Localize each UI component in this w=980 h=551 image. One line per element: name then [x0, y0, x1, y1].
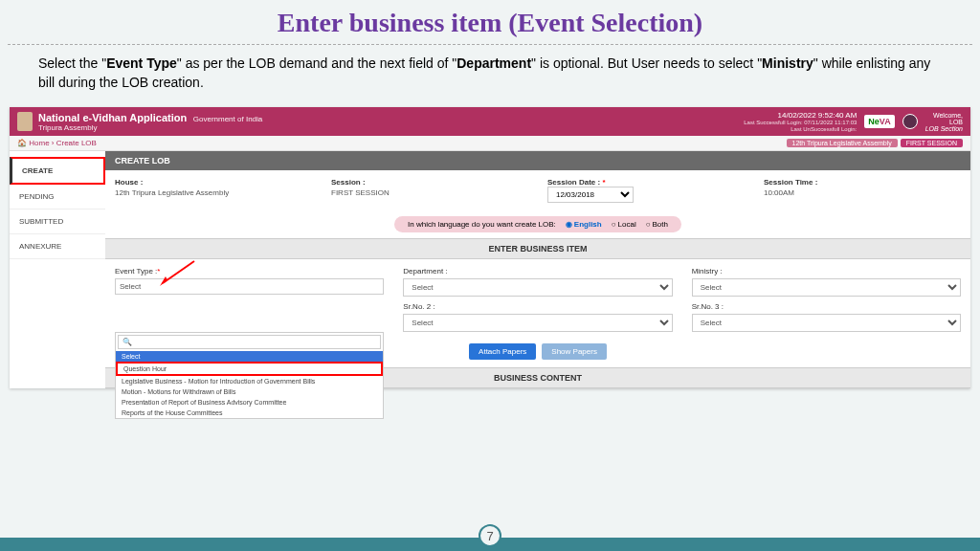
enter-business-header: ENTER BUSINESS ITEM	[105, 238, 970, 259]
app-header: National e-Vidhan Application Government…	[10, 107, 970, 136]
session-date-label: Session Date : *	[547, 178, 745, 187]
app-title: National e-Vidhan Application	[38, 112, 187, 123]
lang-local[interactable]: ○ Local	[612, 220, 636, 229]
dd-option-select[interactable]: Select	[116, 351, 383, 362]
breadcrumb-bar: 🏠 Home › Create LOB 12th Tripura Legisla…	[10, 136, 970, 151]
app-subtitle: Government of India	[193, 115, 262, 123]
dropdown-search[interactable]: 🔍	[118, 335, 381, 349]
department-select[interactable]: Select	[403, 278, 672, 297]
language-selector: In which language do you want create LOB…	[394, 216, 681, 232]
breadcrumb[interactable]: 🏠 Home › Create LOB	[17, 139, 97, 147]
create-lob-header: CREATE LOB	[105, 151, 970, 170]
welcome-text: Welcome, LOB LOB Section	[925, 112, 963, 132]
dd-option-report[interactable]: Presentation of Report of Business Advis…	[116, 397, 383, 408]
show-papers-button[interactable]: Show Papers	[542, 343, 607, 360]
assembly-badge: 12th Tripura Legislative Assembly	[787, 139, 898, 147]
session-value: FIRST SESSION	[331, 188, 528, 197]
sidebar: CREATE PENDING SUBMITTED ANNEXURE	[10, 151, 105, 388]
sidebar-item-create[interactable]: CREATE	[10, 157, 105, 185]
session-time-label: Session Time :	[764, 178, 961, 187]
app-window: National e-Vidhan Application Government…	[10, 107, 970, 388]
ministry-select[interactable]: Select	[692, 278, 961, 297]
emblem-icon	[17, 112, 33, 131]
dd-option-legislative[interactable]: Legislative Business - Motion for Introd…	[116, 376, 383, 386]
house-label: House :	[115, 178, 312, 187]
session-label: Session :	[331, 178, 528, 187]
sidebar-item-annexure[interactable]: ANNEXURE	[10, 234, 105, 259]
dd-option-house[interactable]: Reports of the House Committees	[116, 408, 383, 418]
dd-option-motion[interactable]: Motion - Motions for Withdrawn of Bills	[116, 386, 383, 397]
event-type-select[interactable]: Select	[115, 278, 384, 295]
search-icon: 🔍	[122, 338, 132, 346]
event-type-label: Event Type :*	[115, 267, 384, 276]
srno3-label: Sr.No. 3 :	[692, 302, 961, 311]
slide-title: Enter business item (Event Selection)	[0, 0, 980, 44]
neva-logo: NeVA	[864, 115, 894, 128]
srno3-select[interactable]: Select	[692, 314, 961, 332]
department-label: Department :	[403, 267, 672, 276]
sidebar-item-pending[interactable]: PENDING	[10, 185, 105, 209]
assembly-name: Tripura Assembly	[38, 123, 262, 132]
avatar-icon[interactable]	[902, 114, 918, 129]
srno2-select[interactable]: Select	[403, 314, 672, 332]
house-value: 12th Tripura Legislative Assembly	[115, 188, 312, 197]
page-number: 7	[479, 524, 501, 547]
slide-footer: 7	[0, 538, 980, 551]
session-date-select[interactable]: 12/03/2018	[547, 187, 634, 203]
srno2-label: Sr.No. 2 :	[403, 302, 672, 311]
dd-option-question-hour[interactable]: Question Hour	[116, 362, 383, 376]
ministry-label: Ministry :	[692, 267, 961, 276]
datetime-block: 14/02/2022 9:52:40 AM Last Successfull L…	[744, 111, 857, 133]
instruction-text: Select the "Event Type" as per the LOB d…	[0, 45, 980, 101]
sidebar-item-submitted[interactable]: SUBMITTED	[10, 209, 105, 234]
lang-both[interactable]: ○ Both	[646, 220, 668, 229]
lang-english[interactable]: ◉ English	[566, 220, 602, 229]
event-type-dropdown: 🔍 Select Question Hour Legislative Busin…	[115, 332, 384, 419]
session-time-value: 10:00AM	[764, 188, 961, 197]
attach-papers-button[interactable]: Attach Papers	[469, 343, 536, 360]
session-badge: FIRST SESSION	[901, 139, 963, 147]
